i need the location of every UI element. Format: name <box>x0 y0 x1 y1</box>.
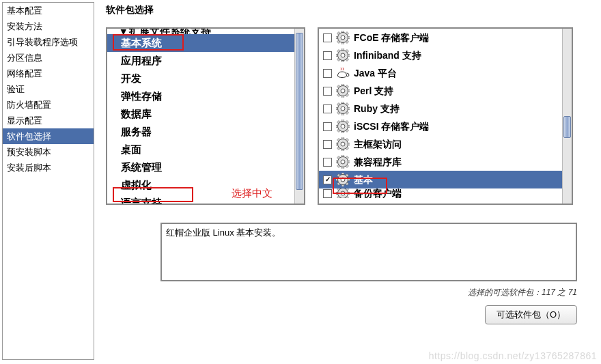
svg-point-90 <box>341 191 345 195</box>
svg-point-40 <box>341 107 345 111</box>
package-label: Java 平台 <box>354 66 397 81</box>
package-item[interactable]: ✓ 基本 <box>319 171 562 188</box>
sidebar-item[interactable]: 分区信息 <box>3 50 94 66</box>
sidebar-item[interactable]: 引导装载程序选项 <box>3 34 94 50</box>
sidebar-item[interactable]: 防火墙配置 <box>3 97 94 113</box>
category-item[interactable]: 应用程序 <box>107 52 294 70</box>
category-item[interactable]: 桌面 <box>107 141 294 158</box>
package-label: 兼容程序库 <box>354 154 402 169</box>
checkbox[interactable]: ✓ <box>323 176 332 184</box>
category-item[interactable]: 虚拟化 <box>107 176 294 194</box>
content-area: 软件包选择 ▾ 扩展文件系统支持基本系统应用程序开发弹性存储数据库服务器桌面系统… <box>96 0 601 364</box>
category-item[interactable]: 语言支持 <box>107 194 294 204</box>
sidebar-item[interactable]: 验证 <box>3 81 94 97</box>
checkbox[interactable] <box>323 104 332 113</box>
sidebar-item[interactable]: 基本配置 <box>3 3 94 18</box>
checkbox[interactable] <box>323 140 332 149</box>
checkbox[interactable] <box>323 158 332 167</box>
gear-icon <box>336 31 350 44</box>
sidebar-item[interactable]: 预安装脚本 <box>3 144 94 160</box>
package-item[interactable]: FCoE 存储客户端 <box>319 29 562 46</box>
gear-icon <box>336 137 350 151</box>
package-item[interactable]: Perl 支持 <box>319 82 562 100</box>
package-label: FCoE 存储客户端 <box>354 30 429 45</box>
checkbox[interactable] <box>323 122 332 131</box>
category-item[interactable]: 弹性存储 <box>107 87 294 105</box>
checkbox[interactable] <box>323 189 332 198</box>
svg-point-80 <box>341 178 345 182</box>
svg-point-30 <box>341 89 345 93</box>
category-item[interactable]: 服务器 <box>107 123 294 141</box>
sidebar-item[interactable]: 安装后脚本 <box>3 160 94 176</box>
package-item[interactable]: Infiniband 支持 <box>319 46 562 64</box>
package-label: Infiniband 支持 <box>354 48 421 63</box>
category-item[interactable]: 基本系统 <box>107 34 294 52</box>
checkbox[interactable] <box>323 69 332 78</box>
gear-icon <box>336 188 350 198</box>
gear-icon <box>336 102 350 115</box>
category-item[interactable]: 系统管理 <box>107 158 294 176</box>
gear-icon <box>336 173 350 186</box>
package-item[interactable]: Ruby 支持 <box>319 100 562 117</box>
package-item[interactable]: 兼容程序库 <box>319 153 562 171</box>
category-item-cutoff: ▾ 扩展文件系统支持 <box>107 29 294 34</box>
package-item[interactable]: 备份客户端 <box>319 188 562 198</box>
package-item[interactable]: iSCSI 存储客户端 <box>319 117 562 135</box>
package-label: 基本 <box>354 172 373 187</box>
sidebar-item[interactable]: 网络配置 <box>3 66 94 81</box>
sidebar-item[interactable]: 安装方法 <box>3 18 94 34</box>
gear-icon <box>336 84 350 98</box>
package-item[interactable]: 主框架访问 <box>319 135 562 153</box>
description-box: 红帽企业版 Linux 基本安装。 <box>160 223 577 281</box>
package-label: 备份客户端 <box>354 188 402 198</box>
selected-count: 选择的可选软件包：117 之 71 <box>160 287 577 298</box>
content-title: 软件包选择 <box>106 4 594 16</box>
java-icon <box>336 66 350 80</box>
package-label: 主框架访问 <box>354 137 402 152</box>
sidebar: 基本配置安装方法引导装载程序选项分区信息网络配置验证防火墙配置显示配置软件包选择… <box>2 2 94 360</box>
category-list: ▾ 扩展文件系统支持基本系统应用程序开发弹性存储数据库服务器桌面系统管理虚拟化语… <box>106 27 305 205</box>
optional-packages-button[interactable]: 可选软件包（O） <box>485 305 577 324</box>
package-item[interactable]: Java 平台 <box>319 64 562 82</box>
svg-point-70 <box>341 160 345 164</box>
scrollbar-thumb[interactable] <box>296 33 303 190</box>
scrollbar-thumb[interactable] <box>563 116 571 138</box>
package-label: iSCSI 存储客户端 <box>354 119 429 134</box>
checkbox[interactable] <box>323 87 332 96</box>
package-scrollbar[interactable] <box>562 29 572 204</box>
gear-icon <box>336 120 350 133</box>
svg-point-9 <box>341 36 345 40</box>
description-text: 红帽企业版 Linux 基本安装。 <box>166 227 281 238</box>
svg-point-19 <box>341 53 345 57</box>
svg-point-60 <box>341 142 345 146</box>
package-label: Perl 支持 <box>354 83 393 98</box>
package-label: Ruby 支持 <box>354 101 400 116</box>
category-item[interactable]: 开发 <box>107 70 294 87</box>
category-scrollbar[interactable] <box>294 29 304 204</box>
category-item[interactable]: 数据库 <box>107 105 294 123</box>
svg-point-50 <box>341 124 345 128</box>
watermark: https://blog.csdn.net/zy13765287861 <box>429 350 597 361</box>
gear-icon <box>336 155 350 169</box>
gear-icon <box>336 48 350 62</box>
package-list: FCoE 存储客户端 Infiniband 支持 Java 平台 Perl 支持… <box>318 27 573 205</box>
checkbox[interactable] <box>323 51 332 60</box>
sidebar-item[interactable]: 显示配置 <box>3 113 94 128</box>
checkbox[interactable] <box>323 33 332 42</box>
sidebar-item[interactable]: 软件包选择 <box>3 128 94 144</box>
